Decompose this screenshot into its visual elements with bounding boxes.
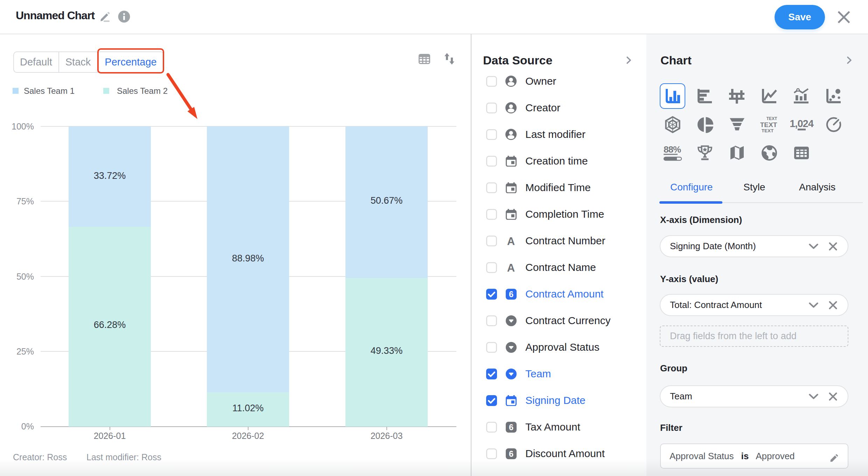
- svg-text:88%: 88%: [664, 144, 681, 155]
- svg-text:TEXT: TEXT: [760, 121, 777, 128]
- svg-text:1,024: 1,024: [790, 118, 813, 129]
- svg-text:TEXT: TEXT: [766, 116, 777, 121]
- svg-text:TEXT: TEXT: [762, 128, 774, 133]
